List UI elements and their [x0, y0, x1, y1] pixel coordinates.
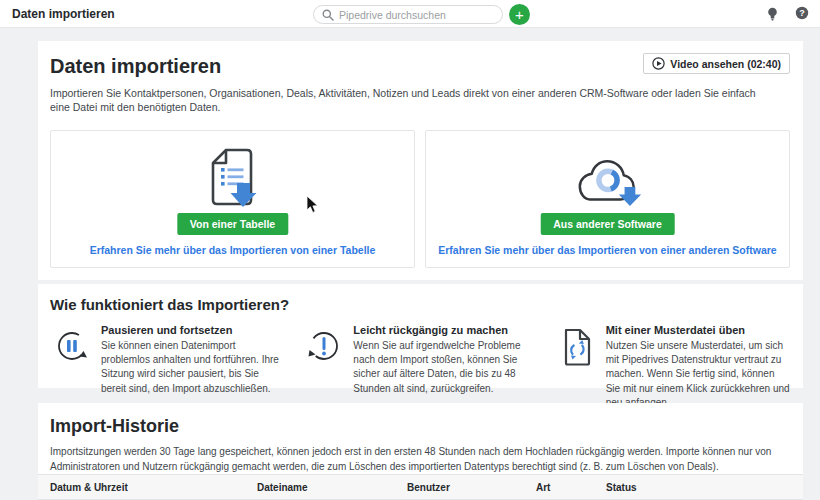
- plus-icon: +: [515, 6, 524, 23]
- import-history-description: Importsitzungen werden 30 Tage lang gesp…: [50, 445, 790, 474]
- import-from-software-card: Aus anderer Software Erfahren Sie mehr ü…: [425, 130, 790, 268]
- column-status: Status: [606, 482, 803, 493]
- spreadsheet-download-icon: [205, 147, 261, 215]
- import-history-heading: Import-Historie: [38, 403, 803, 437]
- quick-add-button[interactable]: +: [509, 4, 530, 25]
- import-history-panel: Import-Historie Importsitzungen werden 3…: [38, 403, 803, 500]
- import-data-panel: Daten importieren Video ansehen (02:40) …: [38, 41, 803, 280]
- how-it-works-panel: Wie funktioniert das Importieren? Pausie…: [38, 284, 803, 388]
- feature-text: Sie können einen Datenimport problemlos …: [101, 339, 286, 396]
- software-learn-more-link[interactable]: Erfahren Sie mehr über das Importieren v…: [426, 244, 789, 256]
- page-title: Daten importieren: [12, 7, 115, 21]
- search-placeholder: Pipedrive durchsuchen: [339, 9, 446, 21]
- column-filename: Dateiname: [257, 482, 407, 493]
- column-date-time: Datum & Uhrzeit: [50, 482, 257, 493]
- cloud-download-icon: [569, 153, 647, 215]
- feature-title: Pausieren und fortsetzen: [101, 324, 286, 336]
- column-user: Benutzer: [407, 482, 536, 493]
- feature-pause-resume: Pausieren und fortsetzen Sie können eine…: [54, 324, 286, 410]
- watch-video-button[interactable]: Video ansehen (02:40): [643, 53, 790, 74]
- column-type: Art: [536, 482, 606, 493]
- spreadsheet-learn-more-link[interactable]: Erfahren Sie mehr über das Importieren v…: [51, 244, 414, 256]
- sample-file-icon: [559, 327, 595, 365]
- feature-text: Nutzen Sie unsere Musterdatei, um sich m…: [606, 339, 791, 410]
- feature-undo: Leicht rückgängig zu machen Wenn Sie auf…: [306, 324, 538, 410]
- svg-text:?: ?: [799, 8, 805, 18]
- pause-resume-icon: [54, 327, 90, 365]
- from-spreadsheet-button[interactable]: Von einer Tabelle: [177, 213, 288, 235]
- history-table-header: Datum & Uhrzeit Dateiname Benutzer Art S…: [38, 474, 803, 500]
- how-it-works-heading: Wie funktioniert das Importieren?: [38, 284, 803, 313]
- feature-text: Wenn Sie auf irgendwelche Probleme nach …: [353, 339, 538, 396]
- watch-video-label: Video ansehen (02:40): [670, 58, 781, 70]
- lightbulb-icon[interactable]: [766, 6, 781, 21]
- topbar: Daten importieren Pipedrive durchsuchen …: [0, 0, 820, 28]
- feature-title: Leicht rückgängig zu machen: [353, 324, 538, 336]
- undo-icon: [306, 327, 342, 365]
- import-from-spreadsheet-card: Von einer Tabelle Erfahren Sie mehr über…: [50, 130, 415, 268]
- feature-list: Pausieren und fortsetzen Sie können eine…: [38, 313, 803, 410]
- from-software-button[interactable]: Aus anderer Software: [540, 213, 675, 235]
- play-icon: [652, 57, 665, 70]
- search-input[interactable]: Pipedrive durchsuchen: [313, 5, 503, 24]
- help-icon[interactable]: ?: [795, 6, 810, 21]
- topbar-right: ?: [766, 6, 810, 21]
- feature-sample-file: Mit einer Musterdatei üben Nutzen Sie un…: [559, 324, 791, 410]
- search-icon: [322, 9, 334, 21]
- feature-title: Mit einer Musterdatei üben: [606, 324, 791, 336]
- import-options: Von einer Tabelle Erfahren Sie mehr über…: [50, 130, 790, 268]
- intro-description: Importieren Sie Kontaktpersonen, Organis…: [50, 87, 762, 115]
